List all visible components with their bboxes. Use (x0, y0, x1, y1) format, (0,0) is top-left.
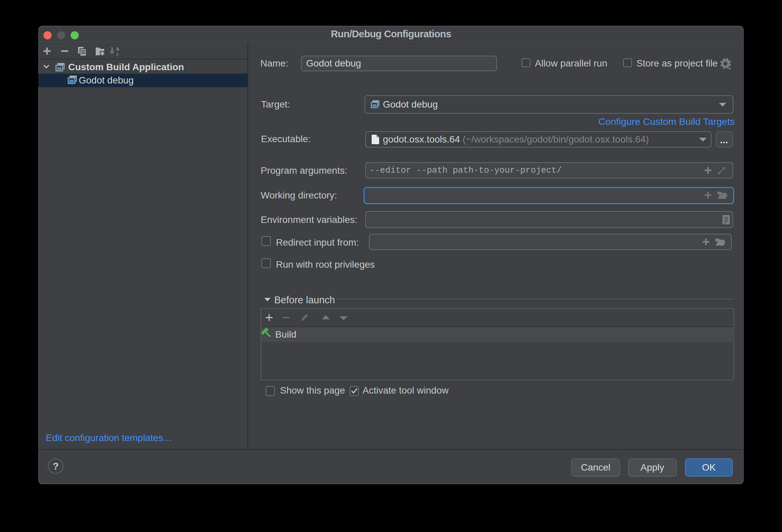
svg-text:a: a (116, 46, 119, 52)
svg-text:z: z (116, 51, 119, 57)
